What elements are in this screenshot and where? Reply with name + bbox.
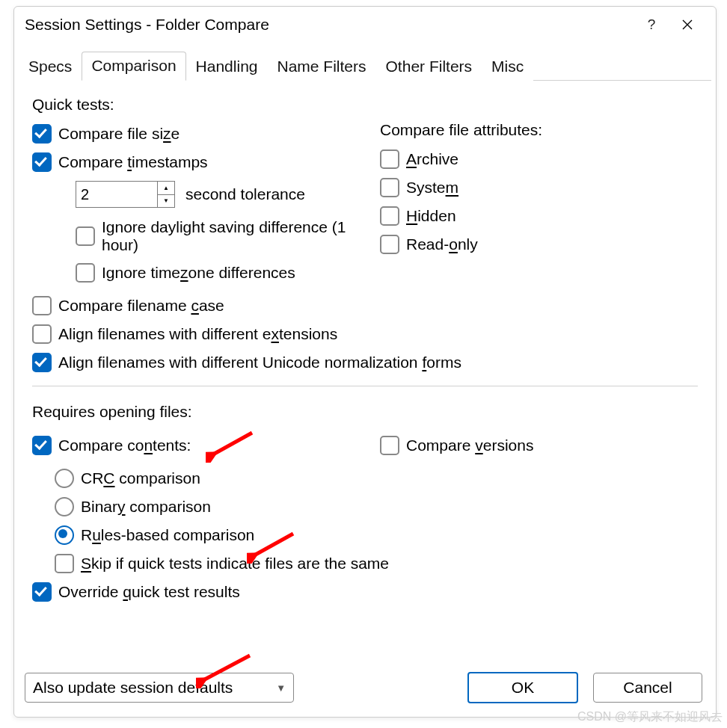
cancel-button[interactable]: Cancel — [593, 673, 702, 703]
archive-label: Archive — [406, 150, 458, 168]
compare-timestamps-label: Compare timestamps — [58, 153, 208, 171]
rules-label: Rules-based comparison — [81, 526, 254, 544]
tolerance-down-icon[interactable]: ▼ — [158, 195, 174, 208]
ok-button[interactable]: OK — [467, 672, 578, 703]
tolerance-suffix-label: second tolerance — [185, 185, 305, 203]
watermark: CSDN @等风来不如迎风去 — [577, 709, 723, 725]
archive-checkbox[interactable] — [380, 149, 399, 169]
compare-case-label: Compare filename case — [58, 297, 224, 315]
compare-versions-checkbox[interactable] — [380, 436, 399, 455]
tab-handling[interactable]: Handling — [186, 52, 268, 81]
session-defaults-value: Also update session defaults — [33, 679, 233, 697]
align-extensions-checkbox[interactable] — [32, 324, 52, 344]
compare-file-size-checkbox[interactable] — [32, 124, 52, 144]
quick-tests-heading: Quick tests: — [32, 96, 350, 114]
crc-label: CRC comparison — [81, 469, 200, 487]
compare-versions-label: Compare versions — [406, 437, 533, 454]
ignore-dst-checkbox[interactable] — [76, 226, 95, 246]
hidden-label: Hidden — [406, 207, 456, 225]
session-settings-dialog: Session Settings - Folder Compare ? Spec… — [13, 6, 717, 718]
skip-checkbox[interactable] — [55, 554, 74, 573]
compare-case-checkbox[interactable] — [32, 296, 52, 315]
system-label: System — [406, 179, 458, 197]
rules-radio[interactable] — [55, 525, 74, 545]
compare-file-size-label: Compare file size — [58, 125, 180, 143]
requires-heading: Requires opening files: — [32, 403, 698, 421]
help-icon[interactable]: ? — [634, 11, 669, 38]
compare-timestamps-checkbox[interactable] — [32, 152, 52, 172]
ignore-timezone-checkbox[interactable] — [76, 263, 95, 283]
tolerance-input[interactable] — [76, 182, 157, 207]
skip-label: Skip if quick tests indicate files are t… — [81, 555, 389, 573]
compare-contents-checkbox[interactable] — [32, 436, 52, 455]
override-label: Override quick test results — [58, 583, 240, 601]
readonly-label: Read-only — [406, 235, 478, 253]
compare-contents-label: Compare contents: — [58, 437, 191, 454]
binary-radio[interactable] — [55, 497, 74, 516]
readonly-checkbox[interactable] — [380, 235, 399, 254]
tolerance-spinner[interactable]: ▲ ▼ — [76, 181, 175, 208]
section-divider — [32, 386, 698, 386]
tab-name-filters[interactable]: Name Filters — [268, 52, 376, 81]
chevron-down-icon: ▼ — [276, 682, 286, 694]
session-defaults-combo[interactable]: Also update session defaults ▼ — [25, 673, 294, 703]
binary-label: Binary comparison — [81, 498, 211, 516]
window-title: Session Settings - Folder Compare — [25, 16, 634, 34]
crc-radio[interactable] — [55, 469, 74, 488]
hidden-checkbox[interactable] — [380, 206, 399, 226]
tab-specs[interactable]: Specs — [19, 52, 82, 81]
tab-comparison[interactable]: Comparison — [82, 52, 185, 81]
override-checkbox[interactable] — [32, 582, 52, 602]
tab-strip: Specs Comparison Handling Name Filters O… — [19, 49, 711, 81]
tolerance-up-icon[interactable]: ▲ — [158, 182, 174, 195]
content-panel: Quick tests: Compare file size Compare t… — [14, 81, 716, 663]
close-icon[interactable] — [669, 11, 705, 38]
system-checkbox[interactable] — [380, 178, 399, 197]
tab-misc[interactable]: Misc — [482, 52, 533, 81]
align-unicode-label: Align filenames with different Unicode n… — [58, 354, 461, 371]
ignore-timezone-label: Ignore timezone differences — [102, 264, 295, 282]
tab-other-filters[interactable]: Other Filters — [376, 52, 482, 81]
align-unicode-checkbox[interactable] — [32, 353, 52, 372]
align-extensions-label: Align filenames with different extension… — [58, 325, 337, 343]
ignore-dst-label: Ignore daylight saving difference (1 hou… — [102, 218, 350, 254]
titlebar: Session Settings - Folder Compare ? — [14, 7, 716, 40]
attributes-heading: Compare file attributes: — [380, 121, 698, 139]
